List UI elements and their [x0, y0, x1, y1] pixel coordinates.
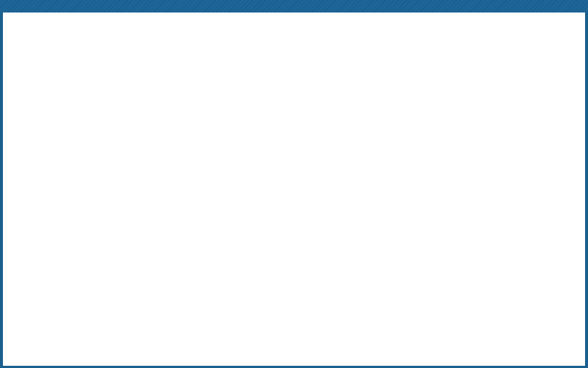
temperature-chart — [0, 0, 588, 368]
app-window — [0, 0, 588, 368]
